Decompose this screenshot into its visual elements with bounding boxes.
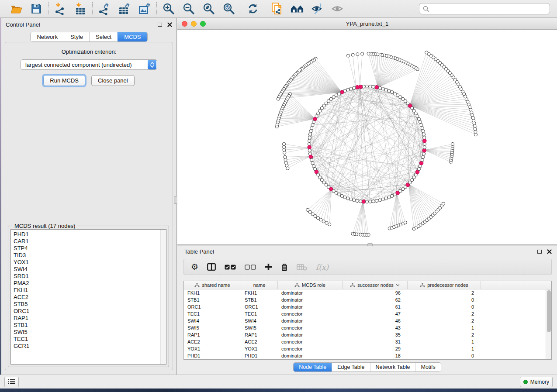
ring-node[interactable] — [423, 142, 426, 145]
ring-node[interactable] — [308, 139, 311, 142]
ring-node[interactable] — [381, 198, 384, 201]
mcds-result-item[interactable]: FKH1 — [14, 287, 163, 294]
table-row[interactable]: FKH1FKH1dominator962 — [184, 289, 546, 296]
tab-select[interactable]: Select — [89, 32, 118, 41]
ring-node[interactable] — [359, 200, 362, 203]
table-tab-edge-table[interactable]: Edge Table — [332, 363, 370, 371]
clone-network-button[interactable] — [270, 2, 284, 15]
mcds-hub-node[interactable] — [362, 199, 366, 203]
ring-node[interactable] — [346, 197, 349, 200]
leaf-node[interactable] — [367, 52, 370, 55]
ring-node[interactable] — [343, 196, 346, 199]
ring-node[interactable] — [391, 90, 394, 93]
maximize-window-icon[interactable] — [200, 21, 206, 27]
ring-node[interactable] — [310, 127, 313, 130]
zoom-in-button[interactable] — [162, 2, 175, 15]
leaf-node[interactable] — [282, 142, 285, 145]
leaf-node[interactable] — [356, 53, 359, 56]
network-graph[interactable] — [177, 30, 557, 244]
ring-node[interactable] — [381, 87, 384, 90]
leaf-node[interactable] — [442, 202, 445, 205]
ring-node[interactable] — [417, 168, 420, 171]
column-header-name[interactable]: name — [241, 281, 278, 289]
zoom-fit-button[interactable] — [202, 2, 215, 15]
open-file-button[interactable] — [10, 2, 23, 15]
ring-node[interactable] — [422, 130, 425, 133]
leaf-node[interactable] — [319, 218, 322, 221]
mcds-result-scrollbar[interactable] — [160, 230, 166, 364]
network-titlebar[interactable]: YPA_prune.txt_1 — [177, 18, 557, 30]
tab-style[interactable]: Style — [64, 32, 89, 41]
mcds-result-item[interactable]: SWI4 — [14, 266, 163, 273]
ring-node[interactable] — [349, 198, 353, 201]
mcds-result-item[interactable]: STP4 — [14, 245, 163, 252]
mcds-result-item[interactable]: STB5 — [14, 301, 163, 308]
criterion-dropdown[interactable]: largest connected component (undirected) — [21, 59, 157, 70]
task-history-button[interactable] — [4, 377, 19, 387]
ring-node[interactable] — [310, 158, 313, 162]
leaf-node[interactable] — [404, 221, 407, 224]
select-all-button[interactable] — [225, 265, 236, 270]
search-box[interactable] — [419, 3, 550, 14]
mcds-hub-node[interactable] — [309, 155, 313, 159]
leaf-node[interactable] — [316, 217, 319, 220]
table-scrollbar[interactable] — [546, 289, 551, 359]
table-row[interactable]: TEC1TEC1connector472 — [184, 310, 546, 317]
function-builder-button[interactable]: f(x) — [316, 263, 329, 272]
show-panel-button[interactable] — [331, 2, 344, 15]
ring-node[interactable] — [362, 85, 365, 88]
mcds-result-item[interactable]: TID3 — [14, 252, 163, 259]
ring-node[interactable] — [369, 85, 372, 88]
table-row[interactable]: SWI4SWI4dominator462 — [184, 317, 546, 324]
table-scrollbar-thumb[interactable] — [547, 290, 551, 332]
leaf-node[interactable] — [451, 142, 454, 145]
table-tab-network-table[interactable]: Network Table — [370, 363, 415, 371]
toggle-columns-button[interactable] — [207, 263, 216, 271]
import-table-button[interactable] — [74, 2, 87, 15]
mcds-result-item[interactable]: RAP1 — [14, 315, 163, 322]
ring-node[interactable] — [422, 133, 426, 136]
ring-node[interactable] — [356, 199, 359, 203]
ring-node[interactable] — [387, 196, 391, 199]
ring-node[interactable] — [353, 199, 356, 202]
table-row[interactable]: SWI5SWI5connector431 — [184, 324, 546, 331]
home-panels-button[interactable] — [291, 2, 304, 15]
leaf-node[interactable] — [284, 158, 287, 162]
column-header-shared-name[interactable]: shared name — [184, 281, 241, 289]
ring-node[interactable] — [378, 86, 381, 89]
leaf-node[interactable] — [283, 151, 286, 154]
ring-node[interactable] — [384, 88, 387, 91]
leaf-node[interactable] — [277, 97, 280, 100]
ring-node[interactable] — [393, 92, 396, 95]
table-settings-button[interactable]: ⚙ — [191, 263, 198, 271]
zoom-selected-button[interactable] — [222, 2, 235, 15]
ring-node[interactable] — [340, 194, 343, 197]
ring-node[interactable] — [419, 120, 422, 124]
ring-node[interactable] — [309, 130, 312, 133]
mcds-hub-node[interactable] — [422, 139, 426, 143]
ring-node[interactable] — [353, 86, 356, 89]
ring-node[interactable] — [391, 194, 394, 197]
ring-node[interactable] — [378, 199, 381, 202]
deselect-all-button[interactable] — [245, 265, 256, 270]
leaf-node[interactable] — [346, 54, 349, 57]
import-network-button[interactable] — [54, 2, 67, 15]
close-panel-icon[interactable] — [167, 22, 172, 27]
tab-mcds[interactable]: MCDS — [118, 32, 147, 41]
ring-node[interactable] — [372, 85, 375, 88]
mcds-hub-node[interactable] — [419, 161, 423, 165]
close-window-icon[interactable] — [182, 21, 187, 27]
export-network-button[interactable] — [98, 2, 111, 15]
memory-button[interactable]: Memory — [520, 377, 553, 387]
mcds-result-item[interactable]: PMA2 — [14, 280, 163, 287]
column-header-mcds-role[interactable]: MCDS role — [278, 281, 343, 289]
ring-node[interactable] — [311, 162, 314, 165]
ring-node[interactable] — [312, 120, 315, 124]
ring-node[interactable] — [308, 149, 311, 152]
table-row[interactable]: ORC1ORC1dominator610 — [184, 303, 546, 310]
table-row[interactable]: ACE2ACE2connector311 — [184, 338, 546, 345]
ring-node[interactable] — [417, 117, 420, 120]
leaf-node[interactable] — [322, 220, 325, 223]
column-header-predecessor-nodes[interactable]: predecessor nodes — [408, 281, 481, 289]
ring-node[interactable] — [311, 124, 314, 127]
